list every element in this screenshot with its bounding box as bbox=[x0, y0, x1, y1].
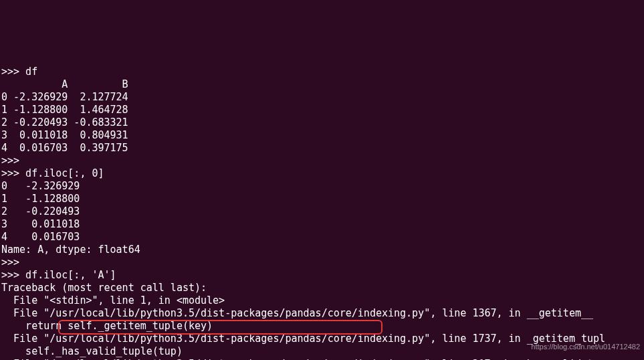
output-line: >>> df bbox=[1, 66, 37, 78]
output-line: 2 -0.220493 bbox=[1, 205, 80, 217]
terminal-output: >>> df A B 0 -2.326929 2.127724 1 -1.128… bbox=[1, 53, 643, 360]
output-line: self._has_valid_tuple(tup) bbox=[1, 345, 183, 357]
output-line: 2 -0.220493 -0.683321 bbox=[1, 116, 128, 128]
output-line: Name: A, dtype: float64 bbox=[1, 244, 140, 256]
output-line: 0 -2.326929 2.127724 bbox=[1, 91, 128, 103]
output-line: A B bbox=[1, 78, 128, 90]
output-line: >>> bbox=[1, 155, 25, 167]
output-line: 3 0.011018 bbox=[1, 218, 80, 230]
output-line: 1 -1.128800 1.464728 bbox=[1, 104, 128, 116]
output-line: Traceback (most recent call last): bbox=[1, 282, 207, 294]
output-line: 0 -2.326929 bbox=[1, 180, 80, 192]
output-line: >>> df.iloc[:, 0] bbox=[1, 167, 104, 179]
output-line: >>> df.iloc[:, 'A'] bbox=[1, 269, 116, 281]
output-line: return self._getitem_tuple(key) bbox=[1, 320, 213, 332]
output-line: 3 0.011018 0.804931 bbox=[1, 129, 128, 141]
output-line: 1 -1.128800 bbox=[1, 193, 80, 205]
output-line: 4 0.016703 0.397175 bbox=[1, 142, 128, 154]
output-line: File "/usr/local/lib/python3.5/dist-pack… bbox=[1, 333, 605, 345]
output-line: File "/usr/local/lib/python3.5/dist-pack… bbox=[1, 307, 593, 319]
output-line: >>> bbox=[1, 256, 25, 268]
watermark-text: https://blog.csdn.net/u014712482 bbox=[531, 341, 640, 353]
output-line: File "<stdin>", line 1, in <module> bbox=[1, 294, 225, 306]
output-line: 4 0.016703 bbox=[1, 231, 80, 243]
